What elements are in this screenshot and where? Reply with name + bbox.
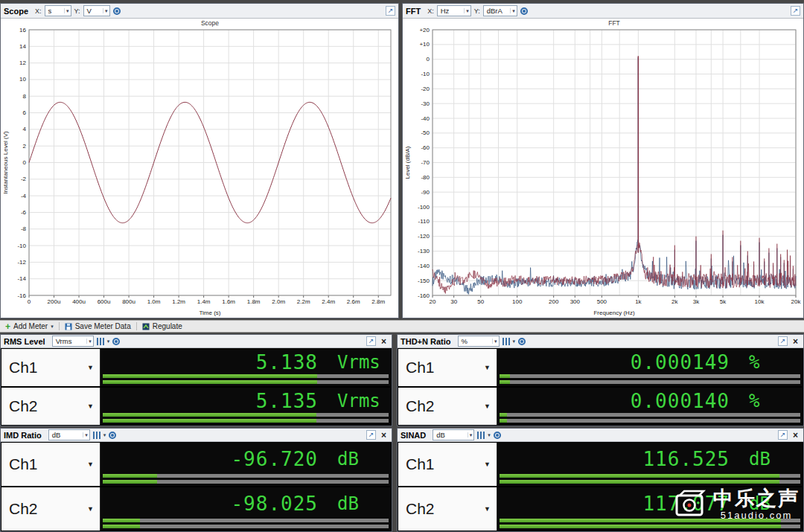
popout-icon[interactable]: ↗ bbox=[778, 430, 788, 440]
scope-panel-title: Scope bbox=[4, 7, 28, 16]
meter-style-icon[interactable] bbox=[502, 338, 510, 345]
svg-text:-160: -160 bbox=[418, 292, 430, 299]
meter-unit: dB bbox=[337, 493, 383, 514]
popout-icon[interactable]: ↗ bbox=[366, 336, 376, 346]
meter-value: 0.000149 bbox=[631, 351, 730, 374]
svg-text:-30: -30 bbox=[421, 100, 430, 107]
regulate-button[interactable]: Regulate bbox=[139, 321, 185, 332]
svg-text:6: 6 bbox=[23, 109, 27, 116]
fft-x-unit-dropdown[interactable]: Hz▾ bbox=[437, 5, 471, 16]
chevron-down-icon: ▼ bbox=[484, 364, 491, 371]
add-icon: + bbox=[5, 322, 10, 331]
close-icon[interactable]: × bbox=[791, 336, 800, 346]
unit-dropdown[interactable]: Vrms▾ bbox=[52, 336, 94, 347]
level-bars bbox=[497, 374, 803, 386]
channel-selector[interactable]: Ch2 ▼ bbox=[398, 388, 497, 425]
fft-panel-header: FFT X: Hz▾ Y: dBrA▾ ↗ bbox=[403, 4, 803, 19]
level-bars bbox=[100, 519, 391, 531]
chevron-down-icon[interactable]: ▾ bbox=[107, 339, 110, 344]
svg-text:1.2m: 1.2m bbox=[172, 298, 185, 305]
close-icon[interactable]: × bbox=[379, 430, 389, 440]
save-icon bbox=[65, 323, 72, 330]
close-icon[interactable]: × bbox=[791, 430, 800, 440]
channel-selector[interactable]: Ch1 ▼ bbox=[1, 349, 100, 386]
sinad-meter-header: SINAD dB▾ ▾ ↗ × bbox=[398, 429, 803, 442]
meter-unit: Vrms bbox=[337, 391, 383, 411]
chevron-down-icon: ▼ bbox=[484, 505, 491, 513]
meter-display: 5.138 Vrms bbox=[100, 349, 391, 386]
fft-y-unit-dropdown[interactable]: dBrA▾ bbox=[483, 5, 517, 16]
channel-selector[interactable]: Ch1 ▼ bbox=[1, 443, 100, 486]
scope-panel-header: Scope X: s▾ Y: V▾ ↗ bbox=[1, 4, 398, 19]
add-meter-button[interactable]: + Add Meter ▾ bbox=[2, 321, 57, 332]
svg-text:-150: -150 bbox=[418, 278, 430, 284]
svg-text:-2: -2 bbox=[21, 176, 27, 182]
meter-display: 5.135 Vrms bbox=[100, 388, 391, 425]
save-meter-data-label: Save Meter Data bbox=[75, 322, 131, 330]
meter-unit: dB bbox=[749, 449, 795, 469]
unit-dropdown-value: % bbox=[462, 337, 468, 345]
unit-dropdown[interactable]: dB▾ bbox=[433, 429, 474, 440]
settings-icon[interactable] bbox=[112, 338, 120, 345]
chevron-down-icon: ▾ bbox=[492, 339, 497, 344]
channel-label: Ch1 bbox=[9, 455, 38, 473]
channel-selector[interactable]: Ch2 ▼ bbox=[1, 388, 100, 425]
chevron-down-icon[interactable]: ▾ bbox=[488, 432, 491, 438]
chevron-down-icon[interactable]: ▾ bbox=[513, 339, 516, 344]
svg-text:-70: -70 bbox=[421, 159, 430, 166]
meter-style-icon[interactable] bbox=[93, 432, 100, 439]
scope-panel: Scope X: s▾ Y: V▾ ↗ Scope1614121086420-2… bbox=[0, 3, 399, 318]
meter-style-icon[interactable] bbox=[97, 338, 104, 345]
settings-icon[interactable] bbox=[494, 432, 501, 439]
settings-icon[interactable] bbox=[109, 432, 116, 439]
svg-text:5k: 5k bbox=[720, 298, 727, 305]
close-icon[interactable]: × bbox=[379, 336, 389, 346]
channel-label: Ch1 bbox=[406, 359, 435, 376]
svg-text:-100: -100 bbox=[418, 204, 430, 211]
meter-body: Ch1 ▼ 116.525 dB Ch2 ▼ bbox=[398, 442, 803, 531]
scope-x-unit-dropdown[interactable]: s▾ bbox=[45, 5, 71, 16]
svg-text:-14: -14 bbox=[17, 275, 26, 282]
svg-text:-110: -110 bbox=[418, 218, 430, 225]
unit-dropdown[interactable]: dB▾ bbox=[48, 429, 90, 440]
settings-icon[interactable] bbox=[520, 7, 528, 15]
svg-text:400u: 400u bbox=[72, 298, 86, 305]
channel-selector[interactable]: Ch2 ▼ bbox=[398, 487, 497, 531]
meter-style-icon[interactable] bbox=[477, 432, 485, 439]
meter-unit: % bbox=[749, 352, 795, 373]
popout-icon[interactable]: ↗ bbox=[386, 6, 395, 16]
settings-icon[interactable] bbox=[518, 338, 526, 345]
svg-text:-6: -6 bbox=[21, 209, 27, 216]
svg-text:8: 8 bbox=[23, 93, 27, 100]
channel-selector[interactable]: Ch2 ▼ bbox=[1, 487, 100, 531]
svg-text:2.8m: 2.8m bbox=[371, 298, 385, 305]
meter-display: 0.000140 % bbox=[497, 388, 803, 425]
meter-row-ch1: Ch1 ▼ 116.525 dB bbox=[398, 443, 803, 486]
chevron-down-icon: ▾ bbox=[64, 8, 69, 13]
settings-icon[interactable] bbox=[113, 7, 121, 15]
channel-selector[interactable]: Ch1 ▼ bbox=[398, 443, 497, 486]
svg-text:14: 14 bbox=[19, 43, 26, 50]
svg-text:1.4m: 1.4m bbox=[197, 298, 211, 305]
svg-text:-4: -4 bbox=[21, 193, 27, 199]
thdn-ratio-meter-panel: THD+N Ratio %▾ ▾ ↗ × Ch1 ▼ 0.000149 % bbox=[397, 334, 804, 426]
popout-icon[interactable]: ↗ bbox=[778, 336, 788, 346]
popout-icon[interactable]: ↗ bbox=[791, 6, 800, 16]
level-bars bbox=[497, 474, 803, 486]
meter-display: -96.720 dB bbox=[100, 443, 391, 486]
scope-y-unit-dropdown[interactable]: V▾ bbox=[83, 5, 110, 16]
svg-text:Time (s): Time (s) bbox=[199, 310, 220, 316]
chevron-down-icon[interactable]: ▾ bbox=[103, 432, 106, 438]
channel-selector[interactable]: Ch1 ▼ bbox=[398, 349, 497, 386]
meters-toolbar: + Add Meter ▾ Save Meter Data Regulate bbox=[0, 320, 804, 333]
meter-value: 5.135 bbox=[256, 390, 318, 412]
svg-text:200u: 200u bbox=[48, 298, 61, 305]
save-meter-data-button[interactable]: Save Meter Data bbox=[62, 321, 134, 332]
svg-text:-16: -16 bbox=[17, 292, 26, 299]
chevron-down-icon: ▼ bbox=[87, 461, 94, 468]
popout-icon[interactable]: ↗ bbox=[366, 430, 376, 440]
fft-x-unit-value: Hz bbox=[441, 7, 450, 15]
meter-unit: dB bbox=[749, 493, 795, 514]
chevron-down-icon: ▾ bbox=[83, 432, 88, 438]
unit-dropdown[interactable]: %▾ bbox=[458, 336, 500, 347]
